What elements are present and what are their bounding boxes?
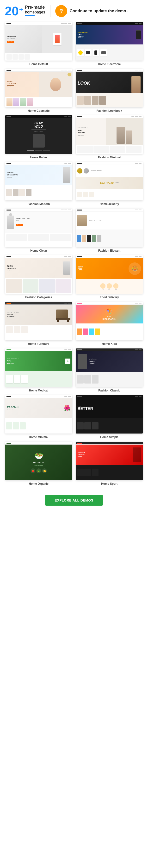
- demo-thumb-home-medical[interactable]: NEW ARRIVALS NewArrivals +: [5, 348, 72, 387]
- demo-label-home-cosmetic: Home Cosmetic: [28, 109, 50, 113]
- demo-thumb-home-default[interactable]: Shop Now New Collection Shop Now: [5, 22, 72, 61]
- header-right: Continue to update the demo .: [55, 5, 128, 17]
- demo-thumb-fashion-minimal[interactable]: NEW ARRIVALS NewArrivals Shop Collection: [76, 115, 143, 154]
- demo-thumb-home-sport[interactable]: CROSSFITTRENDINGWEAR: [76, 442, 143, 480]
- demo-item-home-cosmetic[interactable]: SPRINGCOLLECTION Explore Now: [4, 69, 74, 113]
- svg-rect-1: [60, 10, 62, 10]
- demo-label-home-clean: Home Clean: [30, 249, 47, 252]
- demo-thumb-home-jewelry[interactable]: FINE COLLECTION EXTRA 20 % OFF: [76, 162, 143, 200]
- demo-label-home-baber: Home Baber: [30, 156, 47, 159]
- demo-label-home-electronic: Home Electronic: [98, 62, 121, 66]
- blue-underline-decoration: [25, 16, 35, 16]
- demo-label-fashion-lookbook: Fashion Lookbook: [96, 109, 122, 113]
- demo-item-home-medical[interactable]: NEW ARRIVALS NewArrivals + Home Medical: [4, 348, 74, 392]
- demos-grid: Shop Now New Collection Shop Now: [0, 20, 148, 490]
- demo-label-fashion-modern: Fashion Modern: [28, 202, 50, 206]
- demo-thumb-home-furniture[interactable]: TAOON LOUNGE ModernFurniture: [5, 302, 72, 340]
- demo-item-fashion-modern[interactable]: SPRINGCOLLECTION New Arrivals Fashion Mo…: [4, 162, 74, 206]
- demo-label-home-organic: Home Organic: [29, 482, 49, 486]
- demo-thumb-home-kids[interactable]: 🪁 KIDS EXPLORATION: [76, 302, 143, 340]
- demo-item-fashion-lookbook[interactable]: THE LOOK Fashion Lookbook: [74, 69, 144, 113]
- demo-thumb-home-cosmetic[interactable]: SPRINGCOLLECTION Explore Now: [5, 69, 72, 107]
- demo-item-home-baber[interactable]: StayWild BARBERSHOP Home Baber: [4, 115, 74, 159]
- demo-item-home-default[interactable]: Shop Now New Collection Shop Now: [4, 22, 74, 66]
- demo-label-home-kids: Home Kids: [102, 342, 117, 346]
- demo-thumb-fashion-modern[interactable]: SPRINGCOLLECTION New Arrivals: [5, 162, 72, 200]
- demo-label-home-default: Home Default: [29, 62, 48, 66]
- demo-label-food-delivery: Food Delivery: [100, 296, 119, 299]
- demo-item-fashion-categories[interactable]: SpringCollection New Arrivals Fashion Ca…: [4, 255, 74, 299]
- premade-text: Pre-made homepages: [25, 5, 45, 16]
- demo-item-fashion-classic[interactable]: Spring Section FashionClassic Fashion Cl…: [74, 348, 144, 392]
- demo-item-home-clean[interactable]: Dazzle - Desk Lamp $49.99 Shop Now Home …: [4, 209, 74, 252]
- demo-thumb-home-clean[interactable]: Dazzle - Desk Lamp $49.99 Shop Now: [5, 209, 72, 247]
- demo-thumb-home-organic[interactable]: 🥗 ORGANIC Fresh & Natural 🍅 🥦 🍋: [5, 442, 72, 480]
- demo-item-fashion-minimal[interactable]: NEW ARRIVALS NewArrivals Shop Collection: [74, 115, 144, 159]
- demo-thumb-fashion-classic[interactable]: Spring Section FashionClassic: [76, 348, 143, 387]
- demo-thumb-fashion-elegant[interactable]: MAN COLLECTION: [76, 209, 143, 247]
- demo-label-home-furniture: Home Furniture: [28, 342, 49, 346]
- demo-label-fashion-minimal: Fashion Minimal: [98, 156, 121, 159]
- demo-item-home-minimal[interactable]: PLANTS Shop Collection 🌺 Home Minimal: [4, 395, 74, 439]
- demo-thumb-home-baber[interactable]: StayWild BARBERSHOP: [5, 115, 72, 154]
- demo-thumb-home-simple[interactable]: LIFE BETTER: [76, 395, 143, 434]
- demo-label-home-simple: Home Simple: [100, 435, 118, 439]
- demo-item-home-jewelry[interactable]: FINE COLLECTION EXTRA 20 % OFF Home Jewe…: [74, 162, 144, 206]
- demo-label-fashion-categories: Fashion Categories: [25, 296, 52, 299]
- demo-thumb-fashion-lookbook[interactable]: THE LOOK: [76, 69, 143, 107]
- demo-item-home-simple[interactable]: LIFE BETTER Home Simple: [74, 395, 144, 439]
- demo-label-fashion-elegant: Fashion Elegant: [98, 249, 121, 252]
- header: 20 + Pre-made homepages Continue to upda…: [0, 0, 148, 20]
- demo-label-home-medical: Home Medical: [29, 389, 49, 392]
- demo-label-home-minimal: Home Minimal: [29, 435, 48, 439]
- demo-item-home-organic[interactable]: 🥗 ORGANIC Fresh & Natural 🍅 🥦 🍋 Home Org…: [4, 442, 74, 486]
- header-divider: [50, 5, 51, 17]
- demo-item-home-kids[interactable]: 🪁 KIDS EXPLORATION Home Kids: [74, 302, 144, 346]
- demo-thumb-food-delivery[interactable]: GOOD FOOD BUY 1 GET 1 🍔 Fast Fresh Tasty: [76, 255, 143, 294]
- demo-label-fashion-classic: Fashion Classic: [98, 389, 120, 392]
- demo-item-home-electronic[interactable]: SALE UP TO 30% Best Seller Home Elec: [74, 22, 144, 66]
- explore-all-demos-button[interactable]: EXPLORE ALL DEMOS: [45, 495, 103, 506]
- demo-thumb-home-minimal[interactable]: PLANTS Shop Collection 🌺: [5, 395, 72, 434]
- explore-btn-container: EXPLORE ALL DEMOS: [0, 490, 148, 510]
- demo-label-home-jewelry: Home Jewerly: [100, 202, 119, 206]
- demo-item-fashion-elegant[interactable]: MAN COLLECTION Fashion Elegant: [74, 209, 144, 252]
- update-icon: [55, 5, 67, 17]
- count-number: 20 +: [5, 5, 23, 17]
- demo-thumb-home-electronic[interactable]: SALE UP TO 30% Best Seller: [76, 22, 143, 61]
- demo-thumb-fashion-categories[interactable]: SpringCollection New Arrivals: [5, 255, 72, 294]
- demo-label-home-sport: Home Sport: [101, 482, 117, 486]
- demo-item-food-delivery[interactable]: GOOD FOOD BUY 1 GET 1 🍔 Fast Fresh Tasty…: [74, 255, 144, 299]
- header-left: 20 + Pre-made homepages: [5, 5, 45, 17]
- demo-item-home-sport[interactable]: CROSSFITTRENDINGWEAR Home Sport: [74, 442, 144, 486]
- demo-item-home-furniture[interactable]: TAOON LOUNGE ModernFurniture: [4, 302, 74, 346]
